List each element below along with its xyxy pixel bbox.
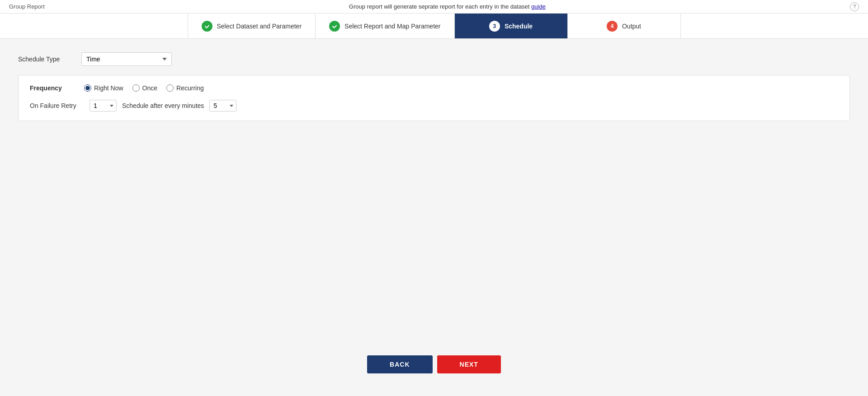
wizard-step-1[interactable]: Select Dataset and Parameter xyxy=(188,14,316,38)
schedule-type-select[interactable]: Time Event xyxy=(81,52,172,66)
step2-badge xyxy=(329,21,340,32)
back-button[interactable]: BACK xyxy=(367,355,432,373)
frequency-header: Frequency Right Now Once Recurring xyxy=(30,84,838,92)
step4-label: Output xyxy=(622,23,641,30)
schedule-after-label: Schedule after every minutes xyxy=(122,102,204,109)
radio-right-now-label: Right Now xyxy=(94,84,123,92)
bottom-buttons: BACK NEXT xyxy=(18,346,850,382)
radio-once-label: Once xyxy=(142,84,157,92)
step4-badge: 4 xyxy=(607,21,618,32)
wizard-step-4[interactable]: 4 Output xyxy=(568,14,681,38)
svg-point-1 xyxy=(331,23,338,30)
info-text: Group report will generate seprate repor… xyxy=(45,3,850,10)
radio-right-now[interactable]: Right Now xyxy=(84,84,123,92)
failure-retry-row: On Failure Retry 1 2 3 4 5 Schedule afte… xyxy=(30,100,838,112)
radio-once[interactable]: Once xyxy=(132,84,157,92)
frequency-box: Frequency Right Now Once Recurring xyxy=(18,75,850,121)
radio-recurring-label: Recurring xyxy=(176,84,204,92)
step1-label: Select Dataset and Parameter xyxy=(217,23,302,30)
step3-badge: 3 xyxy=(489,21,500,32)
radio-recurring-input[interactable] xyxy=(166,84,174,92)
schedule-type-row: Schedule Type Time Event xyxy=(18,52,850,66)
svg-point-0 xyxy=(203,23,211,30)
help-icon[interactable]: ? xyxy=(850,2,859,11)
wizard-step-3[interactable]: 3 Schedule xyxy=(455,14,568,38)
guide-link[interactable]: guide xyxy=(531,3,546,10)
radio-once-input[interactable] xyxy=(132,84,140,92)
page-title: Group Report xyxy=(9,3,45,10)
next-button[interactable]: NEXT xyxy=(437,355,501,373)
schedule-type-label: Schedule Type xyxy=(18,56,72,63)
frequency-label: Frequency xyxy=(30,84,71,92)
step2-label: Select Report and Map Parameter xyxy=(344,23,440,30)
radio-recurring[interactable]: Recurring xyxy=(166,84,204,92)
wizard-step-2[interactable]: Select Report and Map Parameter xyxy=(316,14,454,38)
step3-label: Schedule xyxy=(505,23,533,30)
wizard-steps: Select Dataset and Parameter Select Repo… xyxy=(0,14,868,39)
minutes-select[interactable]: 5 10 15 30 xyxy=(209,100,236,112)
radio-right-now-input[interactable] xyxy=(84,84,91,92)
step1-badge xyxy=(202,21,212,32)
frequency-radio-group: Right Now Once Recurring xyxy=(84,84,204,92)
retry-count-select[interactable]: 1 2 3 4 5 xyxy=(90,100,117,112)
failure-retry-label: On Failure Retry xyxy=(30,102,84,109)
